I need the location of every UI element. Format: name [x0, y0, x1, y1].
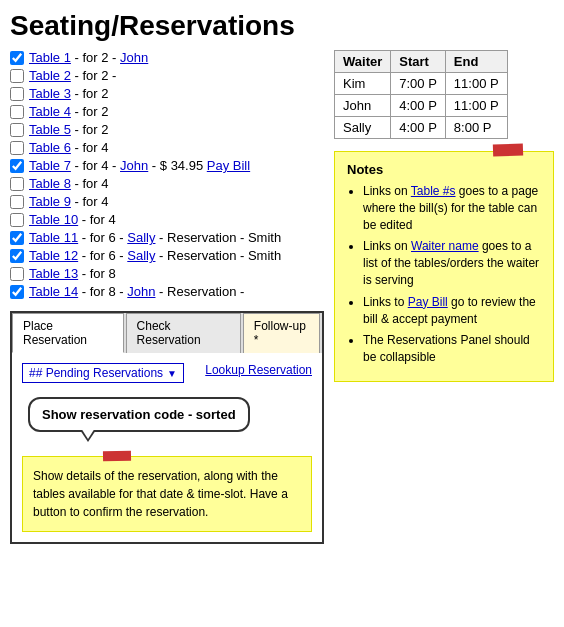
table-11-reservation: - Reservation - Smith: [155, 230, 281, 245]
table-13-link[interactable]: Table 13: [29, 266, 78, 281]
notes-waiter-link[interactable]: Waiter name: [411, 239, 479, 253]
table-row: Table 1 - for 2 - John: [10, 50, 324, 65]
left-panel: Table 1 - for 2 - John Table 2 - for 2 -…: [10, 50, 324, 544]
table-4-checkbox[interactable]: [10, 105, 24, 119]
table-row: Table 2 - for 2 -: [10, 68, 324, 83]
table-1-link[interactable]: Table 1: [29, 50, 71, 65]
table-3-link[interactable]: Table 3: [29, 86, 71, 101]
table-7-checkbox[interactable]: [10, 159, 24, 173]
notes-table-link[interactable]: Table #s: [411, 184, 456, 198]
notes-item-0: Links on Table #s goes to a page where t…: [363, 183, 541, 233]
notes-title: Notes: [347, 162, 541, 177]
schedule-end-2: 8:00 P: [445, 117, 507, 139]
table-5-checkbox[interactable]: [10, 123, 24, 137]
lookup-reservation-link[interactable]: Lookup Reservation: [205, 363, 312, 389]
table-row: Table 11 - for 6 - Sally - Reservation -…: [10, 230, 324, 245]
tab-top-row: ## Pending Reservations ▼ Lookup Reserva…: [22, 363, 312, 389]
schedule-header-end: End: [445, 51, 507, 73]
table-7-amount: - $ 34.95: [148, 158, 207, 173]
callout-bubble: Show reservation code - sorted: [28, 397, 250, 432]
table-1-capacity: - for 2 -: [71, 50, 120, 65]
table-7-link[interactable]: Table 7: [29, 158, 71, 173]
table-4-link[interactable]: Table 4: [29, 104, 71, 119]
tab-followup[interactable]: Follow-up *: [243, 313, 320, 353]
table-14-link[interactable]: Table 14: [29, 284, 78, 299]
table-9-checkbox[interactable]: [10, 195, 24, 209]
notes-item-2: Links to Pay Bill go to review the bill …: [363, 294, 541, 328]
notes-item-1: Links on Waiter name goes to a list of t…: [363, 238, 541, 288]
tab-place-reservation[interactable]: Place Reservation: [12, 313, 124, 353]
reservation-description: Show details of the reservation, along w…: [22, 456, 312, 532]
table-row: Table 4 - for 2: [10, 104, 324, 119]
table-1-waiter-link[interactable]: John: [120, 50, 148, 65]
table-row: Table 3 - for 2: [10, 86, 324, 101]
pending-reservations-label: ## Pending Reservations: [29, 366, 163, 380]
schedule-start-1: 4:00 P: [391, 95, 446, 117]
table-12-capacity: - for 6 -: [78, 248, 127, 263]
schedule-start-0: 7:00 P: [391, 73, 446, 95]
table-8-checkbox[interactable]: [10, 177, 24, 191]
schedule-header-waiter: Waiter: [335, 51, 391, 73]
table-row: Table 8 - for 4: [10, 176, 324, 191]
table-2-checkbox[interactable]: [10, 69, 24, 83]
table-row: Table 7 - for 4 - John - $ 34.95 Pay Bil…: [10, 158, 324, 173]
table-11-waiter-link[interactable]: Sally: [127, 230, 155, 245]
table-row: Table 10 - for 4: [10, 212, 324, 227]
right-panel: Waiter Start End Kim 7:00 P 11:00 P John…: [334, 50, 554, 544]
table-13-capacity: - for 8: [78, 266, 116, 281]
table-list: Table 1 - for 2 - John Table 2 - for 2 -…: [10, 50, 324, 299]
table-14-waiter-link[interactable]: John: [127, 284, 155, 299]
table-11-capacity: - for 6 -: [78, 230, 127, 245]
table-10-capacity: - for 4: [78, 212, 116, 227]
pending-reservations-dropdown[interactable]: ## Pending Reservations ▼: [22, 363, 184, 383]
table-7-pay-bill-link[interactable]: Pay Bill: [207, 158, 250, 173]
table-7-waiter-link[interactable]: John: [120, 158, 148, 173]
table-row: Table 9 - for 4: [10, 194, 324, 209]
table-13-checkbox[interactable]: [10, 267, 24, 281]
tabs-section: Place Reservation Check Reservation Foll…: [10, 311, 324, 544]
schedule-row: Sally 4:00 P 8:00 P: [335, 117, 508, 139]
table-6-capacity: - for 4: [71, 140, 109, 155]
table-3-checkbox[interactable]: [10, 87, 24, 101]
schedule-end-1: 11:00 P: [445, 95, 507, 117]
table-9-capacity: - for 4: [71, 194, 109, 209]
table-11-checkbox[interactable]: [10, 231, 24, 245]
table-10-checkbox[interactable]: [10, 213, 24, 227]
table-1-checkbox[interactable]: [10, 51, 24, 65]
table-11-link[interactable]: Table 11: [29, 230, 78, 245]
table-12-reservation: - Reservation - Smith: [155, 248, 281, 263]
table-14-capacity: - for 8 -: [78, 284, 127, 299]
table-5-capacity: - for 2: [71, 122, 109, 137]
table-6-link[interactable]: Table 6: [29, 140, 71, 155]
dropdown-arrow-icon: ▼: [167, 368, 177, 379]
reservation-description-text: Show details of the reservation, along w…: [33, 469, 288, 519]
table-14-checkbox[interactable]: [10, 285, 24, 299]
table-12-checkbox[interactable]: [10, 249, 24, 263]
table-4-capacity: - for 2: [71, 104, 109, 119]
schedule-waiter-0: Kim: [335, 73, 391, 95]
schedule-waiter-2: Sally: [335, 117, 391, 139]
table-12-waiter-link[interactable]: Sally: [127, 248, 155, 263]
notes-list: Links on Table #s goes to a page where t…: [347, 183, 541, 366]
table-8-link[interactable]: Table 8: [29, 176, 71, 191]
table-row: Table 13 - for 8: [10, 266, 324, 281]
schedule-table: Waiter Start End Kim 7:00 P 11:00 P John…: [334, 50, 508, 139]
table-row: Table 12 - for 6 - Sally - Reservation -…: [10, 248, 324, 263]
table-9-link[interactable]: Table 9: [29, 194, 71, 209]
schedule-waiter-1: John: [335, 95, 391, 117]
tab-check-reservation[interactable]: Check Reservation: [126, 313, 241, 353]
table-2-capacity: - for 2 -: [71, 68, 117, 83]
table-14-reservation: - Reservation -: [155, 284, 244, 299]
table-12-link[interactable]: Table 12: [29, 248, 78, 263]
tab-content-place-reservation: ## Pending Reservations ▼ Lookup Reserva…: [12, 353, 322, 542]
table-8-capacity: - for 4: [71, 176, 109, 191]
schedule-start-2: 4:00 P: [391, 117, 446, 139]
table-10-link[interactable]: Table 10: [29, 212, 78, 227]
table-2-link[interactable]: Table 2: [29, 68, 71, 83]
table-5-link[interactable]: Table 5: [29, 122, 71, 137]
table-3-capacity: - for 2: [71, 86, 109, 101]
notes-pay-bill-link[interactable]: Pay Bill: [408, 295, 448, 309]
table-6-checkbox[interactable]: [10, 141, 24, 155]
table-7-capacity: - for 4 -: [71, 158, 120, 173]
table-row: Table 5 - for 2: [10, 122, 324, 137]
